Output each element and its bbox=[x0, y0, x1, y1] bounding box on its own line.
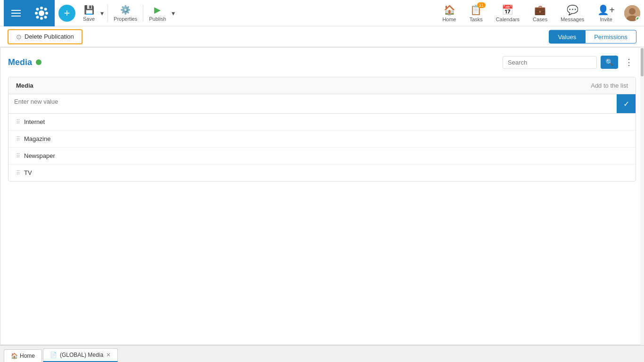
scrollbar-track[interactable] bbox=[640, 47, 644, 345]
nav-home[interactable]: 🏠 Home bbox=[438, 2, 460, 24]
online-indicator bbox=[636, 16, 640, 21]
search-icon: 🔍 bbox=[605, 58, 613, 66]
close-tab-button[interactable]: ✕ bbox=[106, 352, 111, 358]
publish-button[interactable]: ▶ Publish bbox=[145, 3, 170, 24]
publish-dropdown-button[interactable]: ▾ bbox=[170, 8, 177, 19]
add-to-list-label: Add to the list bbox=[591, 82, 628, 89]
more-icon: ⋮ bbox=[625, 58, 633, 67]
add-to-list-button[interactable]: Add to the list bbox=[591, 82, 628, 89]
confirm-add-button[interactable]: ✓ bbox=[617, 94, 636, 113]
messages-icon: 💬 bbox=[567, 4, 578, 16]
list-item: ⠿ Magazine bbox=[8, 131, 636, 148]
nav-invite[interactable]: 👤+ Invite bbox=[594, 2, 619, 24]
checkmark-icon: ✓ bbox=[623, 100, 629, 108]
new-value-input[interactable] bbox=[8, 94, 617, 113]
calendars-label: Calendars bbox=[496, 16, 520, 22]
tab-doc-icon: 📄 bbox=[50, 352, 57, 358]
nav-cases[interactable]: 💼 Cases bbox=[529, 2, 551, 24]
svg-point-10 bbox=[629, 8, 636, 15]
svg-point-5 bbox=[36, 8, 39, 10]
status-dot bbox=[36, 59, 41, 65]
nav-calendars[interactable]: 📅 Calendars bbox=[492, 2, 523, 24]
media-list-panel: Media Add to the list ✓ ⠿ Internet ⠿ Mag… bbox=[8, 77, 636, 181]
list-item: ⠿ TV bbox=[8, 165, 636, 181]
home-label: Home bbox=[442, 16, 456, 22]
hamburger-icon bbox=[8, 6, 25, 20]
nav-right: 🏠 Home 📋 11 Tasks 📅 Calendars 💼 Cases 💬 … bbox=[438, 2, 640, 24]
svg-point-6 bbox=[44, 16, 47, 18]
home-tab-label: Home bbox=[20, 353, 35, 359]
view-toggle: Values Permissions bbox=[549, 30, 636, 43]
values-tab-button[interactable]: Values bbox=[549, 30, 585, 43]
delete-pub-icon: ⊙ bbox=[16, 33, 22, 41]
dropdown-bar: ⊙ Delete Publication Values Permissions bbox=[0, 26, 644, 47]
svg-point-2 bbox=[40, 17, 43, 20]
search-button[interactable]: 🔍 bbox=[601, 56, 618, 69]
drag-handle-icon[interactable]: ⠿ bbox=[16, 119, 19, 125]
item-label: Internet bbox=[24, 118, 45, 125]
hamburger-menu[interactable] bbox=[4, 0, 28, 26]
media-controls: 🔍 ⋮ bbox=[503, 55, 636, 69]
drag-handle-icon[interactable]: ⠿ bbox=[16, 153, 19, 159]
media-title: Media bbox=[8, 58, 32, 67]
logo-area bbox=[28, 0, 55, 26]
search-input[interactable] bbox=[503, 56, 597, 69]
save-label: Save bbox=[83, 16, 95, 22]
cases-label: Cases bbox=[533, 16, 547, 22]
save-button[interactable]: 💾 Save bbox=[79, 3, 99, 24]
tasks-badge: 11 bbox=[477, 2, 486, 8]
new-value-row: ✓ bbox=[8, 94, 636, 114]
delete-publication-button[interactable]: ⊙ Delete Publication bbox=[8, 29, 83, 44]
svg-point-8 bbox=[36, 16, 39, 18]
nav-messages[interactable]: 💬 Messages bbox=[557, 2, 588, 24]
tasks-label: Tasks bbox=[470, 16, 483, 22]
toolbar-divider-2 bbox=[143, 5, 143, 22]
cases-icon: 💼 bbox=[534, 4, 546, 16]
svg-point-0 bbox=[39, 10, 44, 16]
item-label: Newspaper bbox=[24, 152, 55, 159]
svg-point-3 bbox=[35, 12, 38, 15]
app-logo bbox=[34, 6, 49, 20]
more-options-button[interactable]: ⋮ bbox=[622, 55, 636, 69]
main-toolbar: + 💾 Save ▾ ⚙️ Properties ▶ Publish ▾ 🏠 H… bbox=[0, 0, 644, 26]
list-header: Media Add to the list bbox=[8, 77, 636, 94]
media-title-area: Media bbox=[8, 58, 41, 67]
main-content-area: Media 🔍 ⋮ Media Add to the list bbox=[0, 47, 644, 345]
svg-point-1 bbox=[40, 7, 43, 9]
svg-point-7 bbox=[44, 8, 47, 10]
calendars-icon: 📅 bbox=[502, 4, 513, 16]
item-label: Magazine bbox=[24, 135, 50, 142]
publish-label: Publish bbox=[149, 16, 166, 22]
item-label: TV bbox=[24, 169, 32, 176]
toolbar-divider-1 bbox=[107, 5, 108, 22]
drag-handle-icon[interactable]: ⠿ bbox=[16, 136, 19, 142]
list-item: ⠿ Internet bbox=[8, 114, 636, 131]
properties-button[interactable]: ⚙️ Properties bbox=[110, 3, 141, 24]
properties-label: Properties bbox=[114, 16, 137, 22]
home-bottom-tab[interactable]: 🏠 Home bbox=[4, 349, 42, 362]
home-icon: 🏠 bbox=[444, 4, 455, 16]
delete-publication-label: Delete Publication bbox=[25, 33, 74, 40]
list-column-header: Media bbox=[16, 82, 33, 89]
bottom-tabs-bar: 🏠 Home 📄 (GLOBAL) Media ✕ bbox=[0, 345, 644, 362]
messages-label: Messages bbox=[561, 16, 584, 22]
global-media-tab-label: (GLOBAL) Media bbox=[60, 352, 103, 358]
drag-handle-icon[interactable]: ⠿ bbox=[16, 170, 19, 176]
permissions-tab-button[interactable]: Permissions bbox=[585, 30, 636, 43]
publish-icon: ▶ bbox=[154, 5, 161, 15]
publish-chevron-icon: ▾ bbox=[172, 9, 175, 17]
content-panel: Media 🔍 ⋮ Media Add to the list bbox=[0, 47, 644, 345]
svg-point-4 bbox=[45, 12, 48, 15]
user-avatar[interactable] bbox=[624, 5, 640, 21]
scrollbar-thumb[interactable] bbox=[641, 48, 644, 76]
global-media-tab[interactable]: 📄 (GLOBAL) Media ✕ bbox=[43, 348, 118, 362]
chevron-down-icon: ▾ bbox=[100, 9, 104, 17]
list-item: ⠿ Newspaper bbox=[8, 148, 636, 165]
save-icon: 💾 bbox=[84, 5, 94, 15]
invite-label: Invite bbox=[600, 16, 612, 22]
invite-icon: 👤+ bbox=[597, 4, 615, 16]
save-dropdown-button[interactable]: ▾ bbox=[99, 8, 106, 19]
nav-tasks[interactable]: 📋 11 Tasks bbox=[466, 2, 487, 24]
add-button[interactable]: + bbox=[58, 5, 75, 22]
media-header: Media 🔍 ⋮ bbox=[8, 55, 636, 69]
